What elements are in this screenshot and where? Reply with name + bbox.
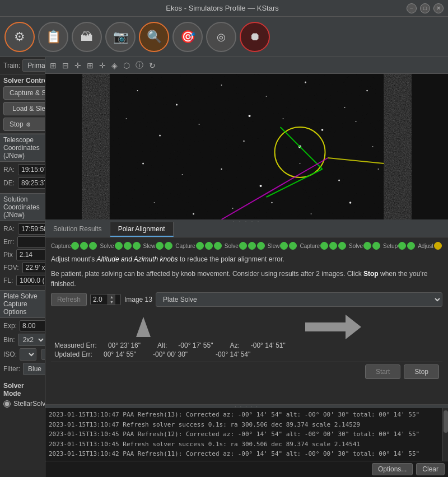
setup-icon[interactable]: ⚙ <box>4 22 35 52</box>
solution-ra-row: RA: DE: <box>3 223 41 235</box>
svg-point-20 <box>259 185 262 187</box>
grid-tool[interactable]: ⊞ <box>85 60 96 71</box>
svg-point-15 <box>355 121 356 122</box>
stop-solver-button[interactable]: Stop ⚙ <box>3 118 45 131</box>
measured-err-label: Measured Err: <box>54 342 97 349</box>
step-dot-c1-3 <box>89 242 97 250</box>
step-dot-sl1-1 <box>156 242 164 250</box>
az2-value: -00° 14' 54" <box>216 350 250 358</box>
solution-coords-header: Solution Coordinates (JNow) <box>0 193 45 221</box>
stop-label: Stop <box>10 120 24 128</box>
step-dot-s2-3 <box>257 242 265 250</box>
refresh-value-input[interactable] <box>91 294 108 305</box>
focus-icon[interactable]: 🔍 <box>139 22 169 52</box>
step-dot-s3-1 <box>363 242 371 250</box>
az-value: -00° 14' 51" <box>251 342 286 349</box>
crosshair-tool[interactable]: ✛ <box>97 60 108 71</box>
svg-point-24 <box>153 202 155 203</box>
ra-input[interactable] <box>18 164 45 175</box>
log-entry-1: 2023-01-15T13:10:47 Refresh solver succe… <box>49 420 439 430</box>
step-dot-setup-2 <box>407 242 415 250</box>
step-dot-c2-2 <box>205 242 213 250</box>
stop-icon: ⚙ <box>26 121 31 128</box>
step-dot-c3-2 <box>329 242 337 250</box>
iso-select[interactable] <box>20 348 36 361</box>
alt-label: Alt: <box>157 342 167 349</box>
exp-input[interactable] <box>20 321 45 331</box>
solution-err-row: Err: <box>3 236 41 247</box>
zoom-out-tool[interactable]: ⊟ <box>60 60 71 71</box>
main-container: Train: Primary ✏ Solver Control Capture … <box>0 57 448 477</box>
stellar-solver-radio[interactable] <box>3 400 11 408</box>
bin-label: Bin: <box>3 336 15 344</box>
filter-select[interactable]: BlueRedGreen <box>23 363 45 375</box>
sol-ra-input[interactable] <box>18 223 45 235</box>
sol-err-input[interactable] <box>17 236 45 247</box>
mount-icon[interactable]: ◎ <box>206 22 236 52</box>
maximize-button[interactable]: □ <box>420 3 430 13</box>
plate-solve-select[interactable]: Plate Solve <box>156 292 442 307</box>
tab-solution-results[interactable]: Solution Results <box>45 222 110 237</box>
sol-fl-input[interactable] <box>16 275 45 286</box>
sol-fov-input[interactable] <box>22 262 45 273</box>
sol-pix-label: Pix <box>3 251 13 259</box>
stop-polar-button[interactable]: Stop <box>404 364 439 379</box>
refresh-button[interactable]: Refresh <box>51 293 87 306</box>
close-button[interactable]: ✕ <box>433 3 444 13</box>
capture-solve-button[interactable]: Capture & Solve <box>3 86 45 100</box>
svg-point-22 <box>338 180 340 181</box>
markers-tool[interactable]: ◈ <box>109 60 120 71</box>
window-title: Ekos - Simulators Profile — KStars <box>38 4 407 12</box>
refresh-up[interactable]: ▲ <box>108 294 115 300</box>
dome-icon[interactable]: ⏺ <box>240 22 270 52</box>
step-dot-c3-1 <box>320 242 328 250</box>
step-dot-c1-1 <box>71 242 79 250</box>
bin-row: Bin: 2x21x1 Gain: ▲ ▼ <box>3 334 41 346</box>
sol-pix-input[interactable] <box>16 249 45 260</box>
de-input[interactable] <box>18 177 45 189</box>
log-bottom-bar: Options... Clear <box>45 461 448 477</box>
rotate-tool[interactable]: ↻ <box>147 60 158 71</box>
svg-point-26 <box>232 208 233 209</box>
right-arrow-container <box>300 315 367 339</box>
capture-options-header: Plate Solve Capture Options <box>0 290 45 318</box>
iso-icon-btn[interactable]: ↩ <box>41 349 45 360</box>
step-dot-s1-1 <box>115 242 123 250</box>
capture-icon[interactable]: 📷 <box>105 22 136 52</box>
start-button[interactable]: Start <box>365 364 400 379</box>
log-scrollbar[interactable] <box>442 408 448 461</box>
stats-tool[interactable]: ⬡ <box>121 60 132 71</box>
refresh-down[interactable]: ▼ <box>108 300 115 305</box>
svg-point-31 <box>248 115 250 117</box>
log-clear-button[interactable]: Clear <box>416 463 445 475</box>
align-icon[interactable]: 🏔 <box>72 22 102 52</box>
solution-fl-row: FL: F/: <box>3 275 41 286</box>
error-rows: Measured Err: 00° 23' 16" Alt: -00° 17' … <box>51 342 442 358</box>
svg-point-28 <box>310 213 311 214</box>
iso-row: ISO: ↩ Dark <box>3 348 41 361</box>
de-label: DE: <box>3 179 15 187</box>
zoom-in-tool[interactable]: ⊞ <box>48 60 59 71</box>
scheduler-icon[interactable]: 📋 <box>38 22 68 52</box>
step-dot-sl1-2 <box>165 242 172 250</box>
sol-fl-label: FL: <box>3 277 13 284</box>
bin-select[interactable]: 2x21x1 <box>18 334 45 346</box>
svg-point-21 <box>299 163 300 164</box>
train-select[interactable]: Primary <box>22 59 45 72</box>
stellar-solver-item[interactable]: StellarSolver <box>3 400 45 408</box>
step-dot-s1-2 <box>124 242 132 250</box>
svg-point-5 <box>265 96 267 97</box>
minimize-button[interactable]: − <box>407 3 417 13</box>
step-dot-sl2-1 <box>280 242 288 250</box>
action-buttons: Start Stop <box>51 362 442 381</box>
tab-polar-alignment[interactable]: Polar Alignment <box>110 222 174 237</box>
log-entry-4: 2023-01-15T13:10:42 PAA Refresh(11): Cor… <box>49 449 439 459</box>
load-slew-button[interactable]: Load & Slew... <box>3 102 45 115</box>
guide-icon[interactable]: 🎯 <box>172 22 203 52</box>
log-entry-0: 2023-01-15T13:10:47 PAA Refresh(13): Cor… <box>49 410 439 420</box>
fit-tool[interactable]: ✛ <box>72 60 83 71</box>
step-dot-s2-1 <box>239 242 247 250</box>
log-text-content: 2023-01-15T13:10:47 PAA Refresh(13): Cor… <box>45 408 442 461</box>
info-tool[interactable]: ⓘ <box>133 59 146 72</box>
log-options-button[interactable]: Options... <box>372 463 413 475</box>
